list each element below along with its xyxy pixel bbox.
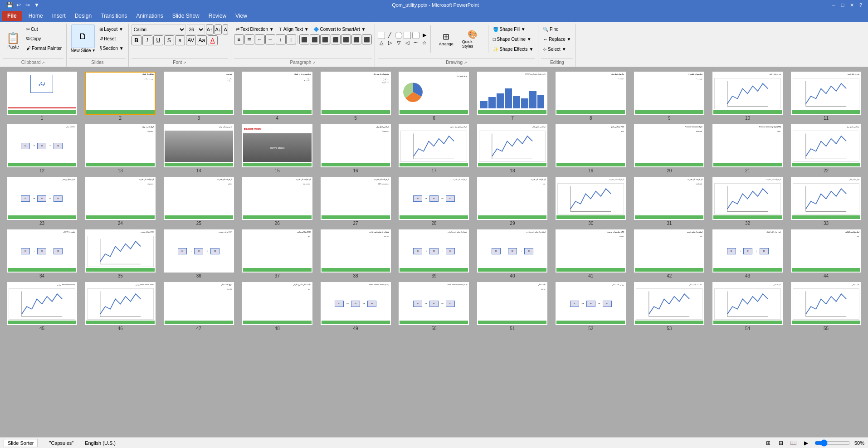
shape-ltri[interactable]: ◁: [404, 39, 411, 47]
reading-view-btn[interactable]: 📖: [789, 438, 798, 448]
layout-btn[interactable]: ⊞Layout ▼: [98, 24, 126, 34]
paste-btn[interactable]: 📋 Paste: [3, 24, 24, 56]
strikethrough-btn[interactable]: S: [164, 35, 174, 45]
char-spacing-btn[interactable]: AV: [186, 35, 196, 45]
shape-rounded[interactable]: [412, 32, 419, 39]
redo-btn[interactable]: ↪: [24, 1, 32, 9]
slide-thumb-39[interactable]: استفاده از منابع ذخیره انرژی B1 → B2 → B…: [397, 229, 472, 278]
slide-thumb-42[interactable]: استفاده از منابع ذخیره text 42: [632, 229, 707, 278]
slide-thumb-40[interactable]: استفاده از منابع ذخیره انرژی B1 → B2 → B…: [475, 229, 550, 278]
slide-thumb-38[interactable]: استفاده از منابع ذخیره انرژی text list 3…: [318, 229, 393, 278]
animations-menu[interactable]: Animations: [132, 11, 167, 21]
slide-thumb-16[interactable]: فرکانس قطع برق Contactors 16: [318, 124, 393, 173]
slide-thumb-49[interactable]: Static Transfer Switch (STS) B1 → B2 → B…: [318, 282, 393, 331]
slide-thumb-25[interactable]: اثر قرائت ثانی قدرت photo 25: [161, 177, 236, 226]
bullet-list-btn[interactable]: ≡: [234, 34, 244, 44]
slide-thumb-19[interactable]: فرکانس قطع PLC table 19: [553, 124, 628, 173]
design-menu[interactable]: Design: [70, 11, 96, 21]
slide-thumb-53[interactable]: مقایسه کلید انتقالی 53: [632, 282, 707, 331]
slide-thumb-24[interactable]: اثر قرائت ثانی قدرت diagrams 24: [83, 177, 158, 226]
shape-effects-btn[interactable]: ✨ Shape Effects ▼: [491, 44, 536, 54]
ltr-btn[interactable]: ⬛: [351, 34, 361, 44]
shape-star[interactable]: ☆: [421, 39, 428, 47]
format-painter-btn[interactable]: 🖌Format Painter: [24, 44, 63, 53]
align-right-btn[interactable]: ⬛: [320, 34, 330, 44]
slide-thumb-26[interactable]: اثر قرائت ثانی قدرت text content 26: [240, 177, 315, 226]
slide-thumb-37[interactable]: مزایا و معایب DVR text 37: [240, 229, 315, 278]
slide-thumb-32[interactable]: اثر قرائت ثانی قدرت 32: [710, 177, 785, 226]
font-size-select[interactable]: 36: [187, 24, 205, 34]
slide-thumb-14[interactable]: عد و پیوستگی ولتاژ 14: [161, 124, 236, 173]
slide-thumb-44[interactable]: اصل مقایسه انتقالی text 44: [789, 229, 863, 278]
bold-btn[interactable]: B: [132, 35, 141, 45]
quick-styles-btn[interactable]: 🎨 Quick Styles: [460, 25, 485, 53]
decrease-font-btn[interactable]: A↓: [215, 24, 222, 34]
slide-thumb-12[interactable]: مدار COGen B1 → B2 → B3 12: [5, 124, 79, 173]
slide-thumb-29[interactable]: اثر قرائت ثانی قدرت text 29: [475, 177, 550, 226]
maximize-btn[interactable]: □: [839, 1, 846, 9]
file-menu[interactable]: File: [2, 11, 22, 21]
slide-thumb-43[interactable]: اصل مدار کلید انتقالی B1 → B2 → B3 43: [710, 229, 785, 278]
shadow-btn[interactable]: s: [175, 35, 185, 45]
columns-btn[interactable]: |: [286, 34, 296, 44]
shape-item[interactable]: [378, 32, 385, 39]
dec-indent-btn[interactable]: ←: [255, 34, 265, 44]
new-slide-btn[interactable]: 🗋 New Slide ▼: [69, 24, 97, 53]
quick-access-toolbar[interactable]: 💾 ↩ ↪ ▼: [4, 1, 41, 9]
replace-btn[interactable]: ↔ Replace ▼: [541, 34, 573, 44]
slide-thumb-45[interactable]: روش Make-before-break 45: [5, 282, 79, 331]
close-btn[interactable]: ✕: [848, 1, 855, 9]
slide-thumb-15[interactable]: Blackout misery crowd photo 15: [240, 124, 315, 173]
shape-fill-btn[interactable]: 🪣 Shape Fill ▼: [491, 24, 536, 34]
text-direction-btn[interactable]: ⇌ Text Direction ▼: [234, 24, 276, 34]
review-menu[interactable]: Review: [204, 11, 231, 21]
slide-thumb-1[interactable]: لوگو 1: [5, 72, 79, 121]
inc-indent-btn[interactable]: →: [265, 34, 275, 44]
font-color-btn[interactable]: A: [208, 35, 218, 45]
slide-thumb-46[interactable]: روش Make-before-break 46: [83, 282, 158, 331]
slide-thumb-36[interactable]: مزایا و معایب DVR B1 → B2 → B3 36: [161, 229, 236, 278]
justify-btn[interactable]: ⬛: [331, 34, 341, 44]
slide-thumb-18[interactable]: فرکانس قطع ولتاژ 18: [475, 124, 550, 173]
minimize-btn[interactable]: ─: [830, 1, 837, 9]
slide-thumb-47[interactable]: انواع کلید انتقالی text list 47: [161, 282, 236, 331]
shape-line[interactable]: ╱: [386, 32, 394, 39]
slide-thumb-35[interactable]: مزایا و معایب DVR 35: [83, 229, 158, 278]
help-btn[interactable]: ?: [857, 1, 864, 9]
slide-thumb-3[interactable]: فهرست • نکات• موارد 3: [161, 72, 236, 121]
slide-thumb-30[interactable]: اثر قرائت ثانی قدرت 30: [553, 177, 628, 226]
shape-rect[interactable]: [404, 32, 411, 39]
slide-thumb-28[interactable]: اثر قرائت ثانی قدرت B1 → B2 → B3 28: [397, 177, 472, 226]
zoom-slider[interactable]: [814, 439, 851, 447]
select-btn[interactable]: ⊹ Select ▼: [541, 44, 568, 54]
slide-thumb-9[interactable]: مشخصات قطع برق • فهرست 9: [632, 72, 707, 121]
slide-thumb-17[interactable]: فرکانس قطع برق مجوز 17: [397, 124, 472, 173]
cut-btn[interactable]: ✂Cut: [24, 24, 63, 34]
line-spacing-btn[interactable]: ↕: [276, 34, 286, 44]
shape-wave[interactable]: 〜: [412, 39, 419, 47]
slide-thumb-48[interactable]: کلید انتقالی الکترومکانیکی text 48: [240, 282, 315, 331]
slide-thumb-50[interactable]: Static Transfer Switch (STS) B1 → B2 → B…: [397, 282, 472, 331]
slide-thumb-4[interactable]: مشخصات بار در شبکه • آمار• اطلاعات 4: [240, 72, 315, 121]
para-dir-btn[interactable]: ⬛: [362, 34, 372, 44]
shape-outline-btn[interactable]: □ Shape Outline ▼: [491, 34, 536, 44]
slide-thumb-22[interactable]: فرکانس قطع برق 22: [789, 124, 863, 173]
shape-rtri[interactable]: ▷: [386, 39, 394, 47]
increase-font-btn[interactable]: A↑: [206, 24, 214, 34]
slideshow-view-btn[interactable]: ▶: [802, 438, 811, 448]
font-name-select[interactable]: Calibri: [132, 24, 186, 34]
align-text-btn[interactable]: ⊤ Align Text ▼: [277, 24, 311, 34]
shape-dtri[interactable]: ▽: [395, 39, 402, 47]
case-btn[interactable]: Aa: [197, 35, 207, 45]
slide-thumb-51[interactable]: کلید انتقالی text list 51: [475, 282, 550, 331]
transitions-menu[interactable]: Transitions: [96, 11, 132, 21]
slide-thumb-54[interactable]: کلید انتقالی 54: [710, 282, 785, 331]
slide-thumb-2[interactable]: حفاظت از شبکه فهرست مطالب 2: [83, 72, 158, 121]
numbered-list-btn[interactable]: ≣: [244, 34, 254, 44]
insert-menu[interactable]: Insert: [48, 11, 70, 21]
save-btn[interactable]: 💾: [5, 1, 14, 9]
slide-thumb-11[interactable]: قدرت قابل تامین 11: [789, 72, 863, 121]
customize-qat-btn[interactable]: ▼: [33, 1, 41, 9]
slide-thumb-31[interactable]: اثر قرائت ثانی قدرت text details 31: [632, 177, 707, 226]
rtl-btn[interactable]: ⬛: [341, 34, 351, 44]
